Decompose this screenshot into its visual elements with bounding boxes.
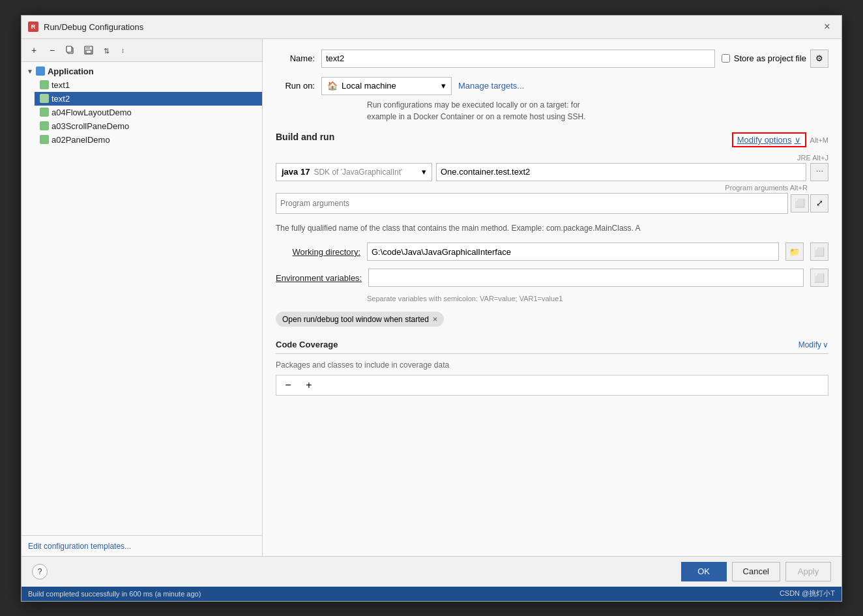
status-text: Build completed successfully in 600 ms (… (28, 590, 201, 598)
store-as-project-checkbox[interactable] (722, 54, 730, 63)
info-text: Run configurations may be executed local… (367, 99, 828, 123)
chevron-down-icon: ∨ (795, 135, 801, 145)
modify-options-area: Modify options ∨ Alt+M (732, 132, 828, 147)
sdk-dropdown[interactable]: java 17 SDK of 'JavaGraphicalInt' ▾ (276, 163, 432, 181)
hint-text: The fully qualified name of the class th… (276, 223, 828, 234)
dialog-title: Run/Debug Configurations (44, 22, 143, 32)
title-bar-left: R Run/Debug Configurations (28, 22, 143, 32)
run-on-label: Run on: (276, 81, 315, 91)
right-panel: Name: Store as project file ⚙ Run on: 🏠 … (263, 39, 841, 556)
env-vars-input[interactable] (368, 269, 804, 287)
sdk-label: java 17 (282, 167, 310, 177)
svg-rect-1 (66, 46, 72, 52)
tree-item-label: text2 (51, 94, 70, 104)
list-item[interactable]: text2 (35, 92, 262, 106)
move-button[interactable]: ⇅ (98, 42, 115, 59)
chevron-down-icon: ▾ (422, 167, 426, 177)
tree-item-label: a04FlowLayoutDemo (51, 108, 132, 117)
credit-text: CSDN @挑灯小T (780, 589, 835, 598)
code-coverage-title: Code Coverage (276, 340, 338, 349)
help-button[interactable]: ? (32, 564, 48, 579)
env-vars-row: Environment variables: ⬜ (276, 269, 828, 287)
add-button[interactable]: + (25, 42, 42, 59)
bottom-bar: ? OK Cancel Apply (22, 556, 841, 587)
chevron-down-icon: ▾ (441, 81, 446, 91)
svg-text:↕: ↕ (121, 47, 124, 54)
remove-button[interactable]: − (44, 42, 61, 59)
close-button[interactable]: × (819, 19, 835, 35)
list-item[interactable]: a04FlowLayoutDemo (35, 106, 262, 119)
status-bar: Build completed successfully in 600 ms (… (22, 587, 841, 601)
list-item[interactable]: a03ScrollPaneDemo (35, 119, 262, 133)
run-tool-window-tag: Open run/debug tool window when started … (276, 312, 444, 327)
chevron-down-icon: ▼ (27, 68, 33, 75)
run-icon (40, 108, 49, 117)
env-vars-label: Environment variables: (276, 273, 362, 283)
edit-templates-link[interactable]: Edit configuration templates... (28, 542, 131, 551)
list-item[interactable]: text1 (35, 78, 262, 92)
bottom-left: ? (32, 564, 48, 579)
chevron-down-icon: ∨ (823, 340, 828, 349)
run-icon (40, 94, 49, 103)
store-as-project-label: Store as project file (734, 53, 806, 63)
app-icon: R (28, 22, 38, 32)
run-on-row: Run on: 🏠 Local machine ▾ Manage targets… (276, 77, 828, 95)
modify-coverage-button[interactable]: Modify ∨ (798, 340, 828, 349)
prog-args-row: ⬜ ⤢ (276, 193, 828, 214)
list-item[interactable]: a02PanelDemo (35, 133, 262, 147)
build-run-section: Build and run Modify options ∨ Alt+M JRE… (276, 132, 828, 214)
prog-args-hint-row: Program arguments Alt+R (276, 184, 828, 192)
info-line-2: example in a Docker Container or on a re… (367, 111, 828, 123)
tree-root[interactable]: ▼ Application (22, 65, 262, 78)
sort-button[interactable]: ↕ (117, 42, 134, 59)
packages-hint: Packages and classes to include in cover… (276, 360, 828, 370)
edit-env-vars-button[interactable]: ⬜ (810, 269, 828, 287)
sdk-detail: SDK of 'JavaGraphicalInt' (314, 168, 402, 177)
coverage-toolbar: − + (276, 375, 828, 396)
copy-button[interactable] (62, 42, 79, 59)
tag-row: Open run/debug tool window when started … (276, 312, 828, 327)
tree-root-label: Application (48, 66, 94, 76)
info-line-1: Run configurations may be executed local… (367, 99, 828, 111)
application-icon (36, 66, 45, 76)
jre-hint-row: JRE Alt+J (276, 154, 828, 162)
sdk-main-row: java 17 SDK of 'JavaGraphicalInt' ▾ ⋯ (276, 163, 828, 181)
run-debug-dialog: R Run/Debug Configurations × + − ⇅ ↕ (21, 15, 842, 602)
run-icon (40, 80, 49, 89)
build-run-header: Build and run Modify options ∨ Alt+M (276, 132, 828, 149)
main-class-input[interactable] (436, 163, 806, 181)
working-dir-input[interactable] (367, 242, 779, 261)
edit-args-button[interactable]: ⬜ (791, 194, 809, 213)
modify-options-label: Modify options (737, 135, 792, 145)
store-row: Store as project file ⚙ (722, 50, 828, 68)
apply-button[interactable]: Apply (785, 562, 831, 581)
svg-rect-4 (86, 50, 91, 53)
build-run-title: Build and run (276, 132, 334, 142)
browse-folder-button[interactable]: 📁 (785, 242, 804, 261)
program-arguments-input[interactable] (276, 193, 788, 214)
coverage-add-button[interactable]: + (300, 376, 318, 394)
save-button[interactable] (80, 42, 97, 59)
ok-button[interactable]: OK (681, 562, 727, 581)
prog-args-hint: Program arguments Alt+R (725, 184, 808, 192)
modify-options-button[interactable]: Modify options ∨ (732, 132, 806, 147)
left-panel: + − ⇅ ↕ ▼ Application (22, 39, 263, 556)
home-icon: 🏠 (327, 81, 338, 91)
local-machine-dropdown[interactable]: 🏠 Local machine ▾ (321, 77, 452, 95)
cancel-button[interactable]: Cancel (732, 562, 780, 581)
main-class-browse-button[interactable]: ⋯ (810, 163, 828, 181)
coverage-remove-button[interactable]: − (279, 376, 297, 394)
expand-args-button[interactable]: ⤢ (810, 194, 828, 213)
alt-m-hint: Alt+M (810, 136, 828, 144)
tree-area: ▼ Application text1 text2 a04Fl (22, 62, 262, 535)
manage-targets-link[interactable]: Manage targets... (458, 81, 524, 91)
edit-working-dir-button[interactable]: ⬜ (810, 242, 828, 261)
tree-item-label: a02PanelDemo (51, 135, 110, 145)
main-content: + − ⇅ ↕ ▼ Application (22, 39, 841, 556)
tag-close-button[interactable]: × (433, 314, 438, 324)
settings-icon-button[interactable]: ⚙ (810, 50, 828, 68)
name-input[interactable] (321, 50, 715, 68)
left-footer: Edit configuration templates... (22, 535, 262, 556)
bottom-right: OK Cancel Apply (681, 562, 831, 581)
name-label: Name: (276, 53, 315, 63)
